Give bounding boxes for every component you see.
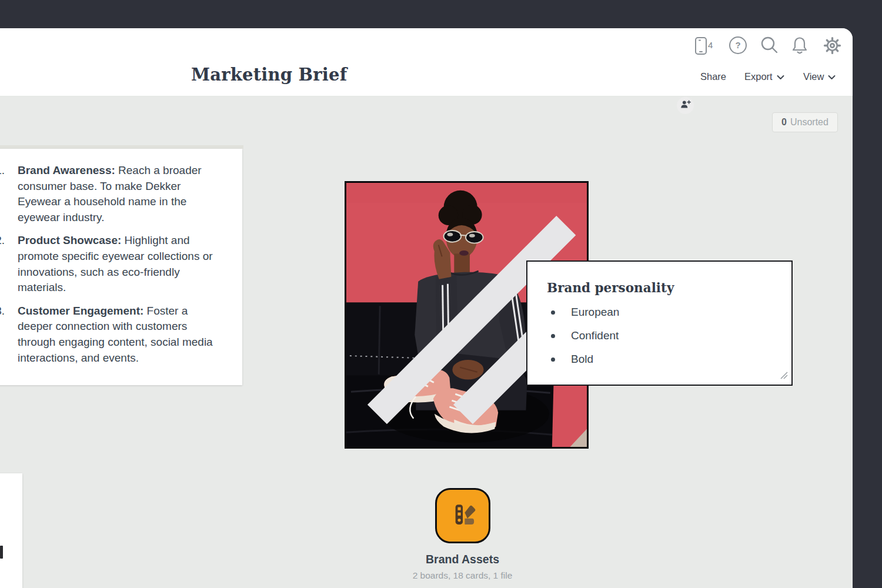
search-button[interactable]: [759, 35, 779, 55]
list-item-number: 1.: [0, 163, 5, 225]
os-top-bar: [0, 0, 882, 28]
gear-icon: [823, 36, 842, 55]
list-item: European: [547, 300, 619, 324]
chevron-down-icon: [828, 71, 836, 82]
person-plus-icon: [680, 99, 691, 112]
list-item-bold: Customer Engagement:: [18, 305, 143, 317]
help-button[interactable]: ?: [729, 36, 747, 55]
brand-personality-card[interactable]: Brand personality European Confident Bol…: [526, 260, 793, 386]
board-header: Marketing Brief 4 ?: [0, 28, 853, 96]
list-item-number: 2.: [0, 233, 5, 295]
list-item: 3. Customer Engagement: Foster a deeper …: [0, 303, 242, 366]
partial-note-card[interactable]: [0, 473, 22, 588]
view-button[interactable]: View: [803, 71, 836, 82]
bullet-text: European: [571, 306, 619, 319]
bullet-icon: [551, 334, 555, 338]
boards-count-value: 4: [708, 40, 713, 50]
list-item: Bold: [547, 348, 619, 371]
list-item: Confident: [547, 324, 619, 348]
unsorted-badge[interactable]: 0 Unsorted: [772, 112, 838, 132]
bullet-list: European Confident Bold: [547, 300, 619, 371]
bullet-icon: [551, 310, 555, 315]
share-button[interactable]: Share: [700, 71, 726, 82]
list-item: 1. Brand Awareness: Reach a broader cons…: [0, 163, 242, 225]
chevron-down-icon: [777, 71, 784, 82]
list-item: 2. Product Showcase: Highlight and promo…: [0, 233, 242, 295]
resize-handle[interactable]: [780, 371, 788, 382]
bullet-text: Bold: [571, 353, 593, 366]
board-label: Brand Assets: [388, 553, 537, 566]
help-icon: ?: [729, 36, 747, 55]
list-item-number: 3.: [0, 303, 5, 366]
clipped-text-fragment: [0, 546, 3, 559]
app-window: Marketing Brief 4 ?: [0, 28, 853, 588]
goals-note-card[interactable]: 1. Brand Awareness: Reach a broader cons…: [0, 149, 242, 385]
list-item-text: Product Showcase: Highlight and promote …: [18, 233, 220, 295]
settings-button[interactable]: [823, 36, 842, 55]
svg-text:?: ?: [735, 40, 740, 50]
swatches-icon: [447, 499, 479, 533]
boards-count-icon: [694, 36, 707, 55]
unsorted-label: Unsorted: [790, 117, 828, 128]
export-label: Export: [744, 71, 773, 82]
bullet-text: Confident: [571, 329, 619, 342]
search-icon: [759, 35, 779, 55]
bullet-icon: [551, 358, 555, 362]
notifications-button[interactable]: [790, 36, 809, 56]
list-item-text: Customer Engagement: Foster a deeper con…: [18, 303, 220, 366]
boards-count-button[interactable]: [694, 36, 708, 55]
list-item-bold: Product Showcase:: [18, 234, 121, 246]
list-item-bold: Brand Awareness:: [18, 164, 115, 176]
share-avatar-button[interactable]: [677, 97, 694, 114]
view-label: View: [803, 71, 824, 82]
card-title: Brand personality: [547, 280, 674, 295]
export-button[interactable]: Export: [744, 71, 784, 82]
page-title[interactable]: Marketing Brief: [191, 65, 347, 85]
board-icon: [435, 488, 490, 543]
list-item-text: Brand Awareness: Reach a broader consume…: [18, 163, 220, 225]
unsorted-count: 0: [781, 117, 787, 128]
share-label: Share: [700, 71, 726, 82]
board-meta: 2 boards, 18 cards, 1 file: [388, 570, 537, 581]
bell-icon: [790, 36, 809, 56]
